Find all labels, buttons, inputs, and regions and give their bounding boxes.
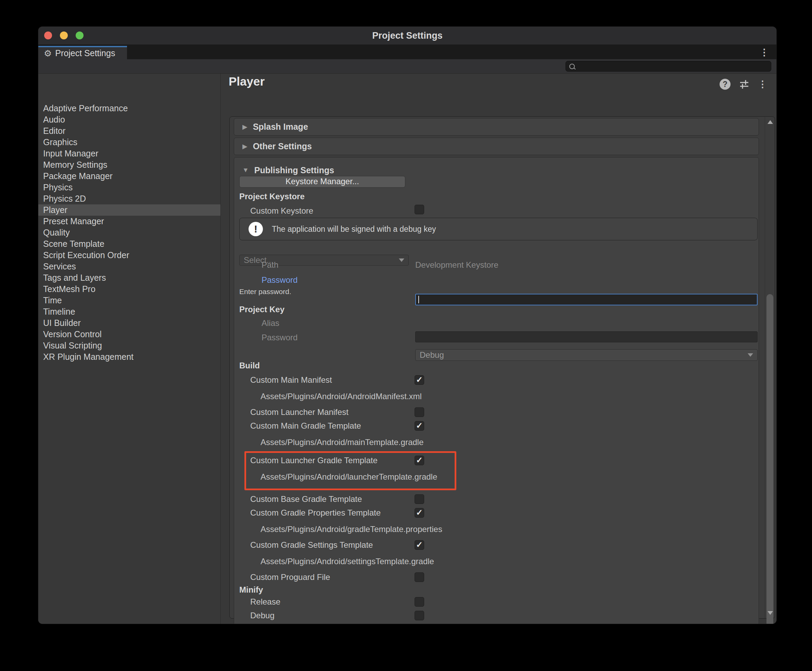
checkbox-custom-launcher-manifest[interactable]: [415, 407, 424, 417]
help-icon[interactable]: ?: [720, 79, 730, 90]
search-box[interactable]: [565, 61, 771, 72]
search-icon: [569, 64, 575, 69]
chevron-down-icon: [747, 353, 753, 357]
gear-icon: ⚙: [44, 49, 52, 58]
asset-path: Assets/Plugins/Android/mainTemplate.grad…: [234, 436, 759, 449]
setting-row: Custom Gradle Properties Template: [234, 506, 759, 520]
custom-keystore-label: Custom Keystore: [250, 206, 313, 216]
key-password-label: Password: [262, 333, 298, 342]
setting-row: Custom Base Gradle Template: [234, 492, 759, 506]
asset-path: Assets/Plugins/Android/AndroidManifest.x…: [234, 390, 759, 403]
settings-sidebar: Adaptive PerformanceAudioEditorGraphicsI…: [38, 73, 221, 624]
setting-row: Custom Launcher Gradle Template: [246, 454, 455, 467]
path-value: Development Keystore: [415, 260, 499, 270]
keystore-manager-button[interactable]: Keystore Manager...: [239, 176, 405, 187]
sidebar-item-preset-manager[interactable]: Preset Manager: [38, 216, 220, 227]
setting-label: Custom Main Gradle Template: [250, 421, 361, 431]
asset-path: Assets/Plugins/Android/settingsTemplate.…: [234, 555, 759, 568]
section-label: Other Settings: [253, 141, 312, 151]
checkbox-release[interactable]: [415, 597, 424, 606]
setting-row: Custom Gradle Settings Template: [234, 538, 759, 552]
project-settings-window: Project Settings ⚙ Project Settings ⋮ Ad…: [38, 27, 776, 624]
checkbox-debug[interactable]: [415, 611, 424, 620]
project-keystore-heading: Project Keystore: [239, 192, 305, 201]
sidebar-item-textmesh-pro[interactable]: TextMesh Pro: [38, 283, 220, 295]
sidebar-item-memory-settings[interactable]: Memory Settings: [38, 159, 220, 170]
setting-row: Custom Main Manifest: [234, 373, 759, 387]
sidebar-item-editor[interactable]: Editor: [38, 125, 220, 136]
checkbox-custom-base-gradle-template[interactable]: [415, 494, 424, 504]
scroll-up-icon[interactable]: [768, 120, 773, 124]
custom-keystore-checkbox[interactable]: [415, 205, 424, 214]
tab-project-settings[interactable]: ⚙ Project Settings: [38, 46, 127, 59]
sidebar-item-services[interactable]: Services: [38, 261, 220, 272]
keystore-password-input[interactable]: [415, 294, 758, 305]
sidebar-item-physics[interactable]: Physics: [38, 182, 220, 193]
vertical-scrollbar[interactable]: [765, 117, 775, 618]
section-label: Splash Image: [253, 122, 308, 132]
tabstrip-more-icon[interactable]: ⋮: [759, 48, 769, 57]
tab-strip: ⚙ Project Settings ⋮: [38, 44, 776, 59]
dropdown-value: Debug: [415, 350, 444, 360]
section-other-settings[interactable]: ▶ Other Settings: [234, 138, 759, 155]
sidebar-item-physics-2d[interactable]: Physics 2D: [38, 193, 220, 204]
inspector-scrollview: ▶ Splash Image ▶ Other Settings ▼ Publis…: [229, 116, 775, 618]
sidebar-item-graphics[interactable]: Graphics: [38, 136, 220, 148]
key-password-input[interactable]: [415, 331, 758, 342]
build-heading: Build: [239, 361, 260, 370]
sidebar-item-package-manager[interactable]: Package Manager: [38, 170, 220, 182]
project-key-heading: Project Key: [239, 305, 284, 314]
foldout-arrow-icon: ▶: [242, 123, 247, 131]
setting-label: Custom Main Manifest: [250, 375, 332, 385]
checkbox-custom-gradle-properties-template[interactable]: [415, 508, 424, 518]
titlebar: Project Settings: [38, 27, 776, 44]
keystore-password-label: Password: [262, 275, 298, 285]
checkbox-custom-proguard-file[interactable]: [415, 572, 424, 582]
setting-row: Custom Launcher Manifest: [234, 405, 759, 419]
player-panel: Player ? ⋮ ▶ Splash Image: [221, 73, 776, 624]
info-box: ! The application will be signed with a …: [239, 218, 758, 240]
setting-row: Custom Main Gradle Template: [234, 419, 759, 433]
search-input[interactable]: [575, 61, 771, 71]
warning-icon: !: [249, 222, 263, 236]
minify-heading: Minify: [239, 585, 263, 594]
sidebar-item-tags-and-layers[interactable]: Tags and Layers: [38, 272, 220, 283]
foldout-arrow-icon: ▶: [242, 142, 247, 150]
sidebar-item-audio[interactable]: Audio: [38, 114, 220, 125]
checkbox-custom-launcher-gradle-template[interactable]: [415, 456, 424, 465]
sidebar-item-xr-plugin-management[interactable]: XR Plugin Management: [38, 351, 220, 363]
section-splash-image[interactable]: ▶ Splash Image: [234, 118, 759, 136]
section-publishing-settings: ▼ Publishing Settings Keystore Manager..…: [234, 157, 759, 624]
sidebar-item-script-execution-order[interactable]: Script Execution Order: [38, 250, 220, 261]
presets-icon[interactable]: [739, 79, 750, 90]
setting-label: Custom Proguard File: [250, 572, 330, 582]
scroll-down-icon[interactable]: [768, 611, 773, 615]
sidebar-item-time[interactable]: Time: [38, 295, 220, 306]
content-area: Adaptive PerformanceAudioEditorGraphicsI…: [38, 73, 776, 624]
checkbox-custom-gradle-settings-template[interactable]: [415, 540, 424, 550]
sidebar-item-ui-builder[interactable]: UI Builder: [38, 317, 220, 329]
sidebar-item-quality[interactable]: Quality: [38, 227, 220, 238]
setting-row: Release: [234, 595, 759, 609]
scrollbar-thumb[interactable]: [766, 294, 773, 624]
setting-label: Debug: [250, 611, 274, 620]
alias-label: Alias: [262, 318, 279, 328]
setting-row: Custom Proguard File: [234, 571, 759, 584]
sidebar-item-version-control[interactable]: Version Control: [38, 329, 220, 340]
setting-label: Custom Launcher Manifest: [250, 407, 349, 417]
chevron-down-icon: [399, 259, 404, 262]
setting-label: Custom Gradle Properties Template: [250, 508, 381, 518]
panel-more-icon[interactable]: ⋮: [758, 80, 767, 89]
window-title: Project Settings: [38, 27, 776, 44]
sidebar-item-timeline[interactable]: Timeline: [38, 306, 220, 317]
sidebar-item-visual-scripting[interactable]: Visual Scripting: [38, 340, 220, 351]
alias-dropdown[interactable]: Debug: [415, 349, 758, 361]
setting-label: Release: [250, 597, 280, 606]
checkbox-custom-main-manifest[interactable]: [415, 375, 424, 385]
checkbox-custom-main-gradle-template[interactable]: [415, 421, 424, 431]
sidebar-item-scene-template[interactable]: Scene Template: [38, 238, 220, 250]
sidebar-item-input-manager[interactable]: Input Manager: [38, 148, 220, 159]
sidebar-item-player[interactable]: Player: [38, 204, 220, 216]
sidebar-item-adaptive-performance[interactable]: Adaptive Performance: [38, 103, 220, 114]
path-label: Path: [262, 260, 278, 270]
